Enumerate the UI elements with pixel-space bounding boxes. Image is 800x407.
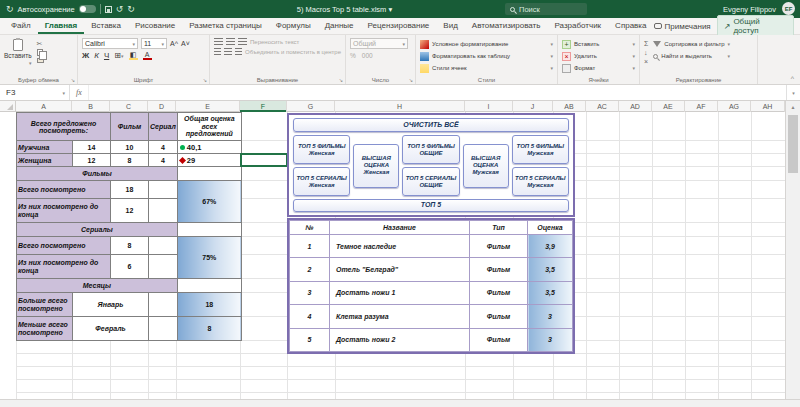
formula-input[interactable] bbox=[89, 85, 786, 100]
scroll-up-icon[interactable]: ▲ bbox=[786, 101, 800, 113]
cell-e4[interactable] bbox=[177, 167, 241, 181]
cell-rank[interactable]: 5 bbox=[290, 328, 330, 351]
column-header-E[interactable]: E bbox=[176, 101, 240, 112]
vertical-scrollbar[interactable]: ▲ bbox=[785, 101, 800, 399]
cell-films-finished[interactable]: 12 bbox=[111, 199, 149, 223]
cell-most-watched-value[interactable]: 18 bbox=[177, 293, 241, 317]
cell-score[interactable]: 3,5 bbox=[528, 281, 573, 304]
cell-series-watched[interactable]: 8 bbox=[111, 237, 149, 255]
tab-Главная[interactable]: Главная bbox=[38, 18, 85, 34]
share-button[interactable]: ↗Общий доступ bbox=[717, 15, 794, 37]
align-bottom-icon[interactable] bbox=[238, 38, 247, 45]
undo-icon[interactable]: ↺ bbox=[116, 5, 124, 14]
tab-Автоматизировать[interactable]: Автоматизировать bbox=[465, 18, 548, 34]
sheet-grid[interactable]: Всего предложено посмотреть: Фильм Сериа… bbox=[0, 112, 785, 399]
cell-score[interactable]: 3,5 bbox=[528, 258, 573, 281]
top5-series-female-button[interactable]: ТОП 5 СЕРИАЛЫ Женская bbox=[293, 167, 350, 196]
tab-Данные[interactable]: Данные bbox=[318, 18, 361, 34]
cell-rank[interactable]: 3 bbox=[290, 281, 330, 304]
cell-type[interactable]: Фильм bbox=[470, 258, 528, 281]
align-right-icon[interactable] bbox=[235, 48, 242, 55]
collapse-ribbon-icon[interactable]: ^ bbox=[791, 75, 794, 82]
cell-e10[interactable] bbox=[177, 279, 241, 293]
cell-female-label[interactable]: Женщина bbox=[17, 154, 73, 167]
paste-button[interactable]: Вставить▾ bbox=[4, 38, 32, 73]
cell-films-watched[interactable]: 18 bbox=[111, 181, 149, 199]
find-select-button[interactable]: Найти и выделить▾ bbox=[653, 50, 730, 62]
column-header-A[interactable]: A bbox=[16, 101, 72, 112]
cell-series-percent[interactable]: 75% bbox=[177, 237, 241, 279]
cell-male-films[interactable]: 10 bbox=[111, 141, 149, 154]
shrink-font-button[interactable]: А˅ bbox=[181, 40, 190, 47]
cell-least-watched-value[interactable]: 8 bbox=[177, 317, 241, 341]
cell-d11[interactable] bbox=[149, 293, 178, 317]
cell-rank[interactable]: 4 bbox=[290, 305, 330, 328]
font-color-button[interactable]: А bbox=[143, 51, 152, 60]
cell-type[interactable]: Фильм bbox=[470, 305, 528, 328]
font-name-select[interactable]: Calibri▾ bbox=[82, 38, 138, 49]
cell-female-series[interactable]: 4 bbox=[149, 154, 178, 167]
avatar[interactable]: EF bbox=[782, 2, 795, 15]
cell-series-watched-label[interactable]: Всего посмотрено bbox=[17, 237, 111, 255]
clipboard-dialog-launcher[interactable]: ↘ bbox=[71, 77, 75, 83]
cell-d5[interactable] bbox=[149, 181, 178, 199]
cell-most-watched-label[interactable]: Больше всего посмотрено bbox=[17, 293, 73, 317]
format-cells-button[interactable]: Формат▾ bbox=[562, 62, 635, 74]
cell-summary-header[interactable]: Всего предложено посмотреть: bbox=[17, 113, 111, 141]
insert-function-icon[interactable]: fx bbox=[70, 85, 89, 100]
borders-button[interactable]: ⊞▾ bbox=[114, 52, 123, 60]
copy-icon[interactable] bbox=[37, 49, 43, 56]
cell-series-finished-label[interactable]: Из них посмотрено до конца bbox=[17, 255, 111, 279]
cell-least-watched-label[interactable]: Меньше всего посмотрено bbox=[17, 317, 73, 341]
cell-d6[interactable] bbox=[149, 199, 178, 223]
cell-least-watched-month[interactable]: Февраль bbox=[73, 317, 149, 341]
conditional-formatting-button[interactable]: Условное форматирование▾ bbox=[420, 38, 553, 50]
autosave-toggle[interactable] bbox=[79, 5, 96, 13]
underline-button[interactable]: Ч bbox=[104, 52, 109, 60]
cell-type[interactable]: Фильм bbox=[470, 281, 528, 304]
cell-rank[interactable]: 2 bbox=[290, 258, 330, 281]
cell-series-band[interactable]: Сериалы bbox=[17, 223, 178, 237]
cell-rank[interactable]: 1 bbox=[290, 235, 330, 258]
cell-score-col-header[interactable]: Общая оценка всех предложений bbox=[177, 113, 241, 141]
align-center-icon[interactable] bbox=[224, 48, 231, 55]
top5-series-male-button[interactable]: ТОП 5 СЕРИАЛЫ Мужская bbox=[512, 167, 569, 196]
number-format-select[interactable]: Общий▾ bbox=[350, 38, 408, 49]
column-header-AH[interactable]: AH bbox=[751, 101, 785, 112]
column-header-H[interactable]: H bbox=[335, 101, 465, 112]
alignment-dialog-launcher[interactable]: ↘ bbox=[339, 77, 343, 83]
scrollbar-thumb[interactable] bbox=[788, 115, 798, 173]
top5-films-male-button[interactable]: ТОП 5 ФИЛЬМЫ Мужская bbox=[512, 135, 569, 164]
column-header-AC[interactable]: AC bbox=[586, 101, 619, 112]
column-header-G[interactable]: G bbox=[287, 101, 335, 112]
cell-male-score[interactable]: 40,1 bbox=[177, 141, 241, 154]
select-all-corner[interactable] bbox=[0, 101, 16, 112]
font-size-select[interactable]: 11▾ bbox=[141, 38, 167, 49]
sort-filter-button[interactable]: Сортировка и фильтр▾ bbox=[653, 38, 730, 50]
name-box[interactable]: F3▾ bbox=[0, 85, 70, 100]
column-header-C[interactable]: C bbox=[110, 101, 148, 112]
fill-button[interactable]: ↓ bbox=[644, 49, 648, 56]
tab-Рецензирование[interactable]: Рецензирование bbox=[361, 18, 437, 34]
insert-cells-button[interactable]: + Вставить▾ bbox=[562, 38, 635, 50]
tab-Рисование[interactable]: Рисование bbox=[128, 18, 182, 34]
cell-male-label[interactable]: Мужчина bbox=[17, 141, 73, 154]
column-header-F[interactable]: F bbox=[240, 101, 287, 112]
cell-title[interactable]: Клетка разума bbox=[330, 305, 470, 328]
cell-score[interactable]: 3,9 bbox=[528, 235, 573, 258]
top5-films-female-button[interactable]: ТОП 5 ФИЛЬМЫ Женская bbox=[293, 135, 350, 164]
top5-series-common-button[interactable]: ТОП 5 СЕРИАЛЫ ОБЩИЕ bbox=[402, 167, 459, 196]
comments-button[interactable]: Примечания bbox=[654, 22, 711, 31]
cell-type[interactable]: Фильм bbox=[470, 235, 528, 258]
cell-female-total[interactable]: 12 bbox=[73, 154, 111, 167]
document-title[interactable]: 5) Macros Top 5 table.xlsm ▾ bbox=[297, 5, 392, 14]
column-header-B[interactable]: B bbox=[72, 101, 110, 112]
cell-score[interactable]: 3 bbox=[528, 305, 573, 328]
search-input[interactable]: Поиск bbox=[505, 3, 587, 15]
top5-button[interactable]: ТОП 5 bbox=[293, 199, 569, 212]
cell-female-score[interactable]: 29 bbox=[177, 154, 241, 167]
column-header-AB[interactable]: AB bbox=[553, 101, 586, 112]
clear-button[interactable]: × bbox=[644, 58, 648, 65]
redo-icon[interactable]: ↻ bbox=[127, 5, 135, 14]
cell-title[interactable]: Отель "Белград" bbox=[330, 258, 470, 281]
